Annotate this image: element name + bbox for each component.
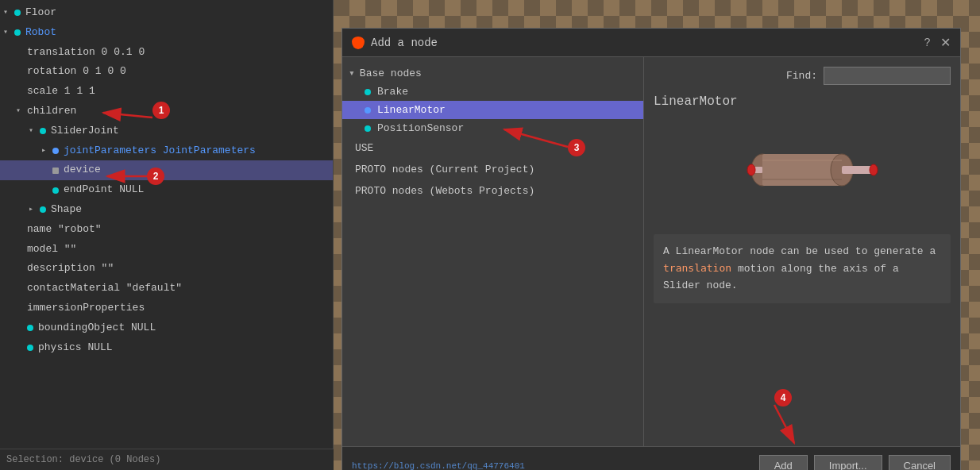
chevron-shape bbox=[29, 203, 37, 216]
dialog-help-btn[interactable]: ? bbox=[924, 37, 931, 49]
chevron-jointparams bbox=[41, 144, 49, 157]
name-label: name "robot" bbox=[27, 222, 102, 238]
annotation-1: 1 bbox=[152, 102, 170, 119]
proto-current-link[interactable]: PROTO nodes (Current Project) bbox=[342, 159, 643, 180]
translation-label: translation 0 0.1 0 bbox=[27, 44, 145, 61]
add-button[interactable]: Add bbox=[759, 455, 808, 470]
add-node-dialog: Add a node ? ✕ ▾ Base nodes Brake bbox=[341, 28, 961, 470]
annotation-3: 3 bbox=[568, 139, 585, 156]
chevron-base-nodes: ▾ bbox=[349, 67, 355, 79]
tree-item-description[interactable]: description "" bbox=[0, 259, 333, 279]
dot-floor bbox=[14, 10, 21, 16]
svg-point-8 bbox=[747, 164, 755, 175]
description-text: A LinearMotor node can be used to genera… bbox=[663, 245, 936, 291]
rotation-label: rotation 0 1 0 0 bbox=[27, 64, 126, 80]
children-label: children bbox=[27, 103, 76, 120]
preview-image-area bbox=[654, 118, 951, 222]
tree-item-scale[interactable]: scale 1 1 1 bbox=[0, 82, 333, 102]
chevron-children bbox=[16, 105, 24, 118]
floor-label: Floor bbox=[25, 5, 56, 21]
tree-item-boundingobject[interactable]: boundingObject NULL bbox=[0, 318, 333, 338]
use-label: USE bbox=[355, 142, 373, 154]
dot-shape bbox=[40, 206, 46, 213]
dialog-title-text: Add a node bbox=[371, 37, 438, 49]
node-list-panel: ▾ Base nodes Brake LinearMotor PositionS… bbox=[342, 57, 644, 446]
tree-item-device[interactable]: device bbox=[0, 160, 333, 180]
base-nodes-section-header[interactable]: ▾ Base nodes bbox=[342, 64, 643, 83]
dialog-footer: https://blog.csdn.net/qq_44776401 Add Im… bbox=[342, 446, 960, 470]
model-label: model "" bbox=[27, 241, 76, 258]
scale-label: scale 1 1 1 bbox=[27, 83, 95, 100]
node-item-linearmotor[interactable]: LinearMotor bbox=[342, 101, 643, 119]
jointparams-label: jointParameters JointParameters bbox=[64, 143, 256, 160]
tree-item-robot[interactable]: Robot bbox=[0, 23, 333, 43]
proto-webots-label: PROTO nodes (Webots Projects) bbox=[355, 185, 534, 197]
description-label: description "" bbox=[27, 260, 114, 277]
dot-endpoint bbox=[52, 187, 59, 194]
chevron-sliderjoint bbox=[29, 125, 37, 137]
tree-item-sliderjoint[interactable]: SliderJoint bbox=[0, 121, 333, 141]
dot-brake bbox=[365, 89, 371, 95]
tree-item-jointparams[interactable]: jointParameters JointParameters bbox=[0, 141, 333, 161]
find-label: Find: bbox=[786, 70, 817, 82]
svg-rect-1 bbox=[762, 154, 842, 186]
footer-url: https://blog.csdn.net/qq_44776401 bbox=[352, 461, 525, 471]
selection-bar: Selection: device (0 Nodes) bbox=[0, 449, 334, 470]
dot-sliderjoint bbox=[40, 128, 46, 134]
immersionprops-label: immersionProperties bbox=[27, 300, 145, 317]
brake-label: Brake bbox=[377, 86, 408, 98]
shape-label: Shape bbox=[51, 202, 82, 218]
dot-physics bbox=[27, 345, 33, 351]
svg-point-4 bbox=[870, 164, 878, 175]
annotation-4: 4 bbox=[774, 389, 792, 406]
chevron-robot bbox=[3, 26, 11, 39]
tree-item-name[interactable]: name "robot" bbox=[0, 220, 333, 240]
scene-tree-panel: Floor Robot translation 0 0.1 0 rotation… bbox=[0, 0, 334, 470]
tree-item-physics[interactable]: physics NULL bbox=[0, 338, 333, 358]
physics-label: physics NULL bbox=[38, 340, 113, 356]
dialog-titlebar: Add a node ? ✕ bbox=[342, 29, 960, 57]
tree-item-contactmaterial[interactable]: contactMaterial "default" bbox=[0, 279, 333, 299]
tree-item-model[interactable]: model "" bbox=[0, 240, 333, 260]
dot-jointparams bbox=[52, 148, 59, 154]
dot-linearmotor bbox=[365, 107, 371, 114]
linearmotor-label: LinearMotor bbox=[377, 104, 446, 116]
node-item-positionsensor[interactable]: PositionSensor bbox=[342, 119, 643, 137]
tree-item-shape[interactable]: Shape bbox=[0, 200, 333, 220]
device-label: device bbox=[64, 162, 101, 179]
cancel-button[interactable]: Cancel bbox=[889, 455, 951, 470]
base-nodes-label: Base nodes bbox=[360, 67, 422, 79]
dialog-title-area: Add a node bbox=[352, 37, 438, 49]
dialog-controls: ? ✕ bbox=[924, 35, 951, 50]
tree-item-floor[interactable]: Floor bbox=[0, 3, 333, 23]
boundingobject-label: boundingObject NULL bbox=[38, 320, 156, 337]
dot-positionsensor bbox=[365, 125, 371, 132]
motor-svg bbox=[723, 138, 882, 202]
selection-text: Selection: device (0 Nodes) bbox=[6, 454, 160, 465]
endpoint-label: endPoint NULL bbox=[64, 182, 144, 198]
use-section-link[interactable]: USE bbox=[342, 137, 643, 159]
node-item-brake[interactable]: Brake bbox=[342, 83, 643, 101]
tree-item-endpoint[interactable]: endPoint NULL bbox=[0, 180, 333, 200]
tree-item-immersionprops[interactable]: immersionProperties bbox=[0, 299, 333, 318]
dialog-icon bbox=[352, 37, 365, 49]
import-button[interactable]: Import... bbox=[814, 455, 882, 470]
preview-title: LinearMotor bbox=[654, 94, 951, 109]
positionsensor-label: PositionSensor bbox=[377, 122, 464, 134]
proto-webots-link[interactable]: PROTO nodes (Webots Projects) bbox=[342, 180, 643, 202]
robot-label: Robot bbox=[25, 25, 56, 41]
find-row: Find: bbox=[654, 67, 951, 85]
svg-rect-3 bbox=[842, 166, 874, 174]
preview-description: A LinearMotor node can be used to genera… bbox=[654, 234, 951, 303]
tree-item-rotation[interactable]: rotation 0 1 0 0 bbox=[0, 62, 333, 82]
dialog-close-button[interactable]: ✕ bbox=[940, 35, 951, 50]
chevron-floor bbox=[3, 6, 11, 19]
dot-robot bbox=[14, 29, 21, 36]
dot-device bbox=[52, 168, 59, 174]
find-input[interactable] bbox=[824, 67, 951, 85]
tree-item-translation[interactable]: translation 0 0.1 0 bbox=[0, 43, 333, 63]
sliderjoint-label: SliderJoint bbox=[51, 123, 119, 140]
dot-boundingobject bbox=[27, 325, 33, 331]
annotation-2: 2 bbox=[147, 168, 164, 185]
preview-panel: Find: LinearMotor bbox=[644, 57, 960, 446]
